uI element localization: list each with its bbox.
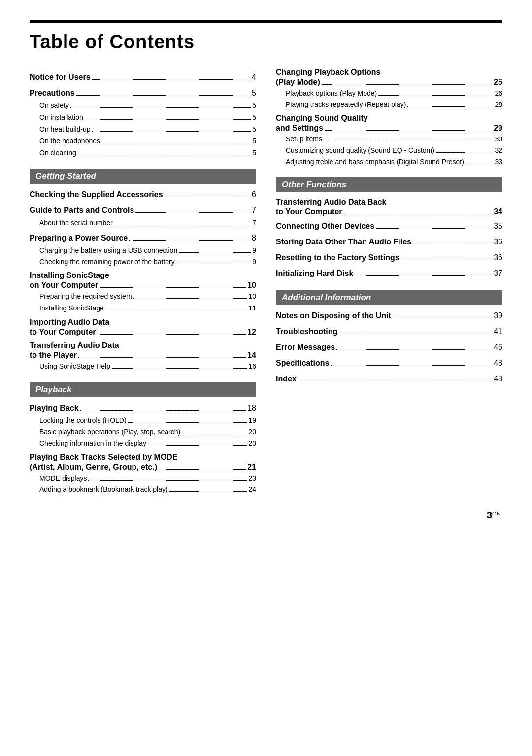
toc-entry-specifications: Specifications 48 xyxy=(276,357,502,369)
toc-entry-error-messages: Error Messages 46 xyxy=(276,342,502,353)
toc-entry-playing-back-mode: Playing Back Tracks Selected by MODE (Ar… xyxy=(30,452,256,472)
section-header-playback: Playback xyxy=(30,382,256,397)
toc-entry-storing-data: Storing Data Other Than Audio Files 36 xyxy=(276,236,502,248)
toc-entry-mode-displays: MODE displays 23 xyxy=(30,473,256,483)
toc-entry-sonicstage-help: Using SonicStage Help 16 xyxy=(30,361,256,372)
toc-entry-on-safety: On safety 5 xyxy=(30,101,256,111)
toc-entry-on-installation: On installation 5 xyxy=(30,112,256,123)
toc-entry-sound-quality: Changing Sound Quality and Settings 29 xyxy=(276,113,502,133)
toc-entry-disposing: Notes on Disposing of the Unit 39 xyxy=(276,310,502,322)
toc-entry-customize-sound: Customizing sound quality (Sound EQ - Cu… xyxy=(276,146,502,156)
toc-entry-setup-items: Setup items 30 xyxy=(276,134,502,144)
toc-entry-adjusting-treble: Adjusting treble and bass emphasis (Digi… xyxy=(276,157,502,167)
section-header-other-functions: Other Functions xyxy=(276,177,502,192)
toc-entry-on-cleaning: On cleaning 5 xyxy=(30,148,256,158)
two-column-layout: Notice for Users 4 Precautions 5 On safe… xyxy=(30,68,502,495)
pre-section-entries: Notice for Users 4 Precautions 5 On safe… xyxy=(30,71,256,158)
right-column: Changing Playback Options (Play Mode) 25… xyxy=(276,68,502,495)
toc-entry-locking-controls: Locking the controls (HOLD) 19 xyxy=(30,415,256,426)
toc-entry-power-source: Preparing a Power Source 8 xyxy=(30,232,256,244)
left-column: Notice for Users 4 Precautions 5 On safe… xyxy=(30,68,256,495)
toc-entry-installing-sonicstage: Installing SonicStage 11 xyxy=(30,303,256,313)
toc-entry-on-headphones: On the headphones 5 xyxy=(30,136,256,146)
top-border xyxy=(30,20,502,23)
toc-entry-playback-options: Playback options (Play Mode) 26 xyxy=(276,88,502,99)
toc-entry-resetting: Resetting to the Factory Settings 36 xyxy=(276,252,502,264)
toc-entry-repeat-play: Playing tracks repeatedly (Repeat play) … xyxy=(276,100,502,110)
toc-entry-changing-playback: Changing Playback Options (Play Mode) 25 xyxy=(276,68,502,87)
toc-entry-guide-parts: Guide to Parts and Controls 7 xyxy=(30,205,256,216)
toc-entry-install-sonic: Installing SonicStage on Your Computer 1… xyxy=(30,271,256,290)
toc-entry-playing-back: Playing Back 18 xyxy=(30,402,256,414)
toc-entry-serial-number: About the serial number 7 xyxy=(30,218,256,228)
page-number-area: 3GB xyxy=(30,510,502,521)
gb-label: GB xyxy=(492,510,500,516)
toc-entry-transferring-back: Transferring Audio Data Back to Your Com… xyxy=(276,197,502,216)
toc-entry-on-heat: On heat build-up 5 xyxy=(30,124,256,135)
section-header-additional-info: Additional Information xyxy=(276,290,502,305)
page-number: 3 xyxy=(487,510,492,520)
toc-entry-bookmark: Adding a bookmark (Bookmark track play) … xyxy=(30,485,256,495)
toc-entry-connecting-devices: Connecting Other Devices 35 xyxy=(276,220,502,232)
toc-entry-index: Index 48 xyxy=(276,373,502,385)
section-header-getting-started: Getting Started xyxy=(30,169,256,184)
toc-entry-remaining-power: Checking the remaining power of the batt… xyxy=(30,257,256,267)
page-title: Table of Contents xyxy=(30,32,502,53)
toc-entry-checking-display: Checking information in the display 20 xyxy=(30,438,256,448)
toc-entry-basic-playback: Basic playback operations (Play, stop, s… xyxy=(30,427,256,437)
toc-entry-notice: Notice for Users 4 xyxy=(30,71,256,83)
toc-entry-required-system: Preparing the required system 10 xyxy=(30,291,256,302)
toc-entry-initializing: Initializing Hard Disk 37 xyxy=(276,268,502,279)
toc-entry-importing-audio: Importing Audio Data to Your Computer 12 xyxy=(30,317,256,337)
toc-entry-precautions: Precautions 5 xyxy=(30,87,256,99)
toc-entry-troubleshooting: Troubleshooting 41 xyxy=(276,326,502,338)
toc-entry-charging: Charging the battery using a USB connect… xyxy=(30,246,256,256)
toc-entry-transferring-audio: Transferring Audio Data to the Player 14 xyxy=(30,341,256,360)
toc-entry-checking-accessories: Checking the Supplied Accessories 6 xyxy=(30,189,256,201)
